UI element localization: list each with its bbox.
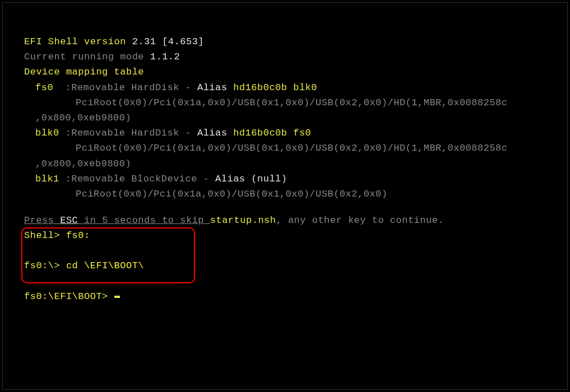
device-fs0-path: PciRoot(0x0)/Pci(0x1a,0x0)/USB(0x1,0x0)/… [24,95,546,110]
running-mode-line: Current running mode 1.1.2 [24,49,546,64]
running-mode-value: 1.1.2 [150,52,180,62]
shell-cmd2: cd \EFI\BOOT\ [66,260,144,271]
escape-filename: startup.nsh [210,215,276,226]
terminal-window[interactable]: EFI Shell version 2.31 [4.653] Current r… [2,2,568,390]
running-mode-label: Current running mode [24,52,150,62]
escape-p3: , any other key to continue. [276,215,444,226]
device-blk1-desc: :Removable BlockDevice - [66,174,216,184]
device-blk0-name: blk0 [35,128,66,138]
escape-esc-key: ESC [60,215,78,226]
escape-p1: Press [24,215,60,226]
device-blk1-path: PciRoot(0x0)/Pci(0x1a,0x0)/USB(0x1,0x0)/… [24,186,546,202]
boot-prompt: fs0:\EFI\BOOT> [24,291,114,302]
device-blk1-name: blk1 [35,174,66,184]
shell-current-prompt[interactable]: fs0:\EFI\BOOT> [24,289,546,304]
device-blk0-alias-label: Alias [197,128,233,138]
device-fs0-alias-label: Alias [197,82,233,93]
device-blk0-alias-values: hd16b0c0b fs0 [233,128,311,138]
device-fs0-name: fs0 [35,82,66,93]
device-blk1-alias-label: Alias [215,174,251,184]
device-fs0-desc: :Removable HardDisk - [66,82,197,93]
device-fs0-line: fs0 :Removable HardDisk - Alias hd16b0c0… [24,80,546,95]
device-blk1-line: blk1 :Removable BlockDevice - Alias (nul… [24,171,546,186]
shell-version-line: EFI Shell version 2.31 [4.653] [24,34,546,49]
shell-version-label: EFI Shell version [24,36,132,47]
shell-prompt: Shell> [24,230,66,241]
device-blk0-path: PciRoot(0x0)/Pci(0x1a,0x0)/USB(0x1,0x0)/… [24,141,546,156]
shell-command-2: fs0:\> cd \EFI\BOOT\ [24,258,546,273]
device-mapping-header: Device mapping table [24,64,546,80]
device-fs0-path2: ,0x800,0xeb9800) [24,110,546,125]
device-fs0-alias-values: hd16b0c0b blk0 [233,82,317,93]
device-blk0-line: blk0 :Removable HardDisk - Alias hd16b0c… [24,125,546,141]
shell-version-value: 2.31 [4.653] [132,36,204,47]
device-blk0-path2: ,0x800,0xeb9800) [24,156,546,171]
escape-message: Press ESC in 5 seconds to skip startup.n… [24,213,546,228]
fs0-prompt: fs0:\> [24,260,66,271]
cursor-icon [114,296,120,298]
shell-cmd1: fs0: [66,230,90,241]
escape-p2: in 5 seconds to skip [78,215,210,226]
device-blk1-alias-values: (null) [251,174,287,184]
shell-command-1: Shell> fs0: [24,228,546,243]
device-blk0-desc: :Removable HardDisk - [66,128,197,138]
